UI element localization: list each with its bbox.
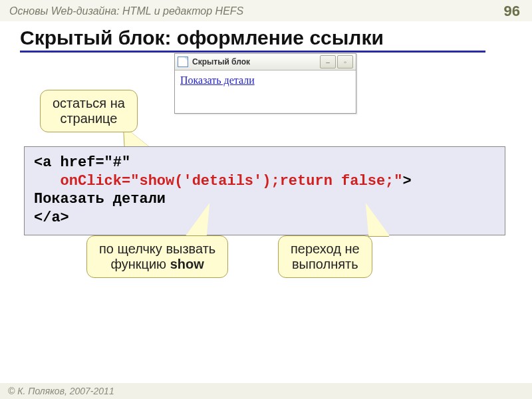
details-link[interactable]: Показать детали — [180, 74, 255, 86]
slide-header: Основы Web-дизайна: HTML и редактор HEFS… — [0, 0, 532, 21]
course-title: Основы Web-дизайна: HTML и редактор HEFS — [9, 5, 243, 17]
callout-stay-on-page: остаться на странице — [40, 90, 138, 132]
code-line: > — [403, 173, 412, 190]
callout-onclick-show: по щелчку вызвать функцию show — [86, 235, 228, 278]
callout-text-bold: show — [170, 257, 204, 271]
callout-text: функцию — [110, 257, 170, 271]
slide-title: Скрытый блок: оформление ссылки — [20, 27, 485, 53]
callout-text: переход не — [291, 241, 360, 256]
maximize-icon[interactable]: ▫ — [337, 55, 353, 68]
code-line: <a href="#" — [34, 154, 130, 171]
tab-title: Скрытый блок — [192, 57, 320, 66]
page-number: 96 — [504, 3, 520, 20]
code-line: </a> — [34, 209, 69, 226]
code-onclick: onClick="show('details');return false;" — [61, 173, 403, 190]
callout-text: остаться на — [53, 96, 125, 110]
page-icon — [178, 57, 188, 67]
browser-window: Скрытый блок – ▫ Показать детали — [174, 53, 356, 114]
code-line: Показать детали — [34, 191, 166, 207]
callout-no-navigation: переход не выполнять — [278, 235, 372, 278]
slide-footer: © К. Поляков, 2007-2011 — [0, 383, 532, 399]
browser-titlebar: Скрытый блок – ▫ — [175, 54, 356, 70]
minimize-icon[interactable]: – — [320, 55, 336, 68]
callout-text: выполнять — [292, 257, 358, 271]
callout-text: странице — [60, 111, 117, 126]
code-indent — [34, 173, 61, 190]
callout-text: по щелчку вызвать — [99, 241, 215, 256]
code-block: <a href="#" onClick="show('details');ret… — [24, 146, 505, 235]
browser-body: Показать детали — [175, 70, 356, 113]
